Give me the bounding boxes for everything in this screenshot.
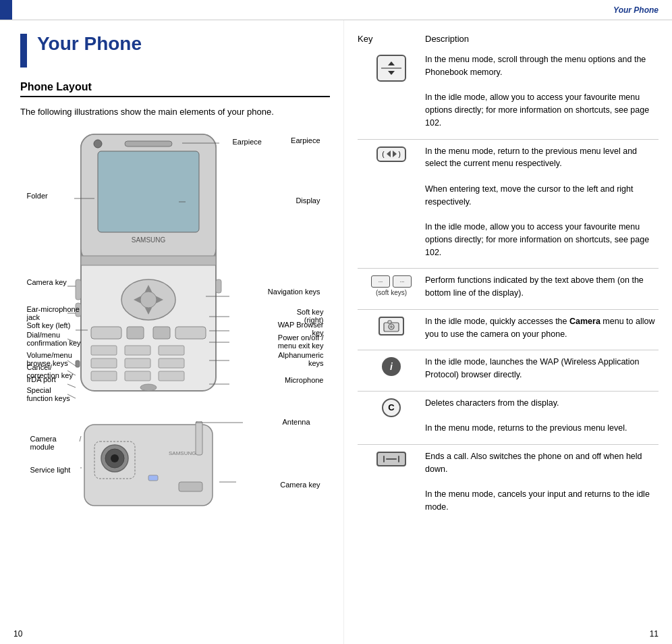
up-arrow-icon xyxy=(388,61,395,65)
end-key-icon xyxy=(376,452,406,466)
svg-rect-22 xyxy=(159,358,184,368)
row-divider-5 xyxy=(358,391,659,392)
end-line-1 xyxy=(383,456,385,462)
key-row-end: Ends a call. Also switches the phone on … xyxy=(358,450,659,514)
svg-rect-16 xyxy=(153,327,170,339)
key-desc-softkeys: Perform functions indicated by the text … xyxy=(425,274,659,300)
left-softkey-icon: ··· xyxy=(371,275,390,288)
info-icon: i xyxy=(382,357,401,376)
svg-text:SAMSUNG: SAMSUNG xyxy=(131,236,165,244)
svg-rect-2 xyxy=(81,256,216,265)
header-blue-accent xyxy=(0,0,12,20)
label-microphone: Microphone xyxy=(285,376,323,384)
phone-diagram: SAMSUNG xyxy=(27,131,324,509)
label-service-light: Service light xyxy=(30,466,71,474)
row-divider-4 xyxy=(358,350,659,350)
section-title: Phone Layout xyxy=(20,81,330,97)
down-arrow-icon xyxy=(388,71,395,75)
key-row-nav-ud: In the menu mode, scroll through the men… xyxy=(358,53,659,130)
camera-bold: Camera xyxy=(569,317,600,326)
page-title: Your Phone xyxy=(37,34,142,55)
row-divider-2 xyxy=(358,268,659,269)
label-camera-module: Cameramodule xyxy=(30,435,57,451)
label-nav-keys: Navigation keys xyxy=(268,288,320,296)
label-display: Display xyxy=(296,196,320,205)
lr-nav-icon: ( ) xyxy=(376,146,406,162)
svg-point-30 xyxy=(140,384,157,391)
key-row-wap: i In the idle mode, launches the WAP (Wi… xyxy=(358,356,659,381)
right-bracket-icon: ) xyxy=(399,151,401,158)
svg-rect-64 xyxy=(388,321,391,323)
label-antenna: Antenna xyxy=(283,418,310,426)
header-bar: Your Phone xyxy=(0,0,672,20)
svg-rect-18 xyxy=(125,346,150,355)
label-special: Specialfunction keys xyxy=(27,386,70,402)
label-earpiece: Earpiece xyxy=(233,138,262,146)
svg-rect-15 xyxy=(127,327,144,339)
left-arrow-icon xyxy=(387,151,391,157)
camera-icon-svg xyxy=(383,320,399,332)
key-icon-c: C xyxy=(358,397,425,417)
col-header-key: Key xyxy=(358,34,425,44)
key-desc-nav-lr: In the menu mode, return to the previous… xyxy=(425,145,659,259)
right-softkey-icon: ··· xyxy=(393,275,412,288)
label-ear-mic: Ear-microphonejack xyxy=(27,305,80,321)
header-title: Your Phone xyxy=(12,0,672,20)
key-icon-wap: i xyxy=(358,356,425,376)
svg-rect-14 xyxy=(175,327,206,339)
key-row-camera: In the idle mode, quickly accesses the C… xyxy=(358,315,659,341)
key-icon-camera xyxy=(358,315,425,336)
key-icon-softkeys: ··· ··· (soft keys) xyxy=(358,274,425,296)
end-bar xyxy=(386,458,397,460)
page-numbers: 10 11 xyxy=(0,629,672,639)
label-power: Power on/off /menu exit key xyxy=(278,333,324,350)
label-alphanumeric: Alphanumerickeys xyxy=(278,351,323,367)
key-row-softkeys: ··· ··· (soft keys) Perform functions in… xyxy=(358,274,659,300)
svg-rect-29 xyxy=(76,360,80,367)
row-divider-6 xyxy=(358,444,659,445)
label-earpiece: Earpiece xyxy=(291,136,320,144)
camera-icon xyxy=(379,317,404,336)
right-column: Key Description In the menu mode, scroll… xyxy=(344,20,672,644)
section-intro: The following illustrations show the mai… xyxy=(20,105,330,119)
left-column: Your Phone Phone Layout The following il… xyxy=(0,20,344,644)
key-desc-camera: In the idle mode, quickly accesses the C… xyxy=(425,315,659,341)
key-desc-end: Ends a call. Also switches the phone on … xyxy=(425,450,659,514)
svg-rect-28 xyxy=(216,279,221,293)
svg-rect-4 xyxy=(125,141,172,146)
svg-rect-21 xyxy=(125,358,150,368)
softkeys-label: (soft keys) xyxy=(376,289,407,296)
key-desc-c: Deletes characters from the display. In … xyxy=(425,397,659,435)
key-table-header: Key Description xyxy=(358,34,659,47)
svg-rect-26 xyxy=(76,279,81,300)
svg-rect-55 xyxy=(179,482,202,491)
key-icon-nav-lr: ( ) xyxy=(358,145,425,162)
svg-point-63 xyxy=(390,325,393,328)
svg-rect-25 xyxy=(159,371,184,381)
page-title-area: Your Phone xyxy=(20,34,330,68)
svg-rect-19 xyxy=(159,346,184,355)
svg-rect-49 xyxy=(196,421,202,455)
nav-icon xyxy=(376,55,406,82)
svg-rect-3 xyxy=(98,151,199,232)
key-icon-nav-ud xyxy=(358,53,425,82)
end-line-2 xyxy=(398,456,399,462)
svg-rect-24 xyxy=(125,371,150,381)
label-back-camera-key: Camera key xyxy=(280,481,320,489)
svg-rect-23 xyxy=(91,371,117,381)
softkeys-icon: ··· ··· xyxy=(371,275,412,288)
label-folder: Folder xyxy=(27,192,48,200)
key-row-nav-lr: ( ) In the menu mode, return to the prev… xyxy=(358,145,659,259)
svg-point-12 xyxy=(140,292,157,308)
col-header-desc: Description xyxy=(425,34,659,44)
svg-text:SAMSUNG: SAMSUNG xyxy=(169,450,196,456)
row-divider-3 xyxy=(358,309,659,310)
left-bracket-icon: ( xyxy=(382,151,384,158)
svg-rect-54 xyxy=(148,475,158,481)
nav-divider xyxy=(381,68,401,69)
c-key-icon: C xyxy=(382,398,401,417)
svg-point-52 xyxy=(111,454,119,462)
svg-rect-17 xyxy=(91,346,117,355)
key-desc-wap: In the idle mode, launches the WAP (Wire… xyxy=(425,356,659,381)
svg-rect-20 xyxy=(91,358,117,368)
